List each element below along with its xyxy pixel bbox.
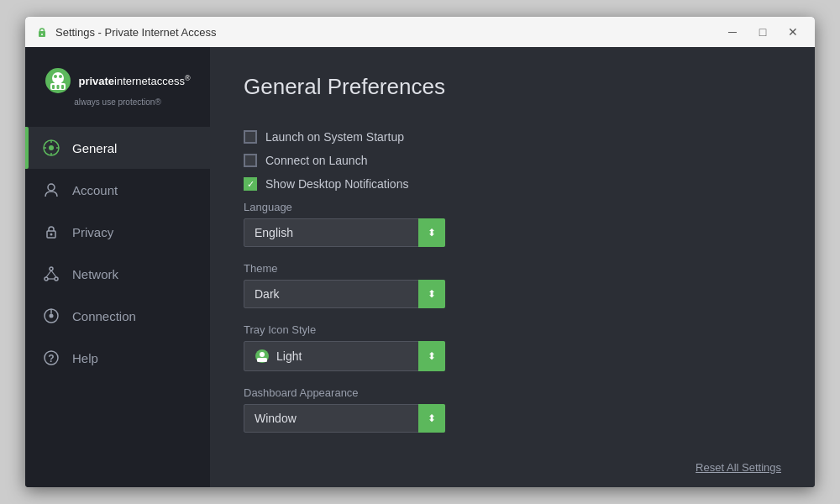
launch-startup-checkbox[interactable] <box>244 130 257 144</box>
maximize-button[interactable]: □ <box>751 23 774 41</box>
svg-point-19 <box>50 234 53 236</box>
sidebar-item-connection[interactable]: Connection <box>25 295 210 337</box>
svg-point-6 <box>59 75 62 78</box>
sidebar-item-privacy[interactable]: Privacy <box>25 211 210 253</box>
sidebar-item-account-label: Account <box>72 183 118 197</box>
svg-point-5 <box>54 75 57 78</box>
svg-point-21 <box>45 277 48 281</box>
pia-logo-icon <box>45 67 71 94</box>
theme-select-wrapper: Dark Light ⬍ <box>244 280 445 308</box>
svg-line-24 <box>51 270 56 277</box>
dashboard-label: Dashboard Appearance <box>244 386 781 399</box>
sidebar: privateinternetaccess® always use protec… <box>25 47 210 487</box>
svg-rect-1 <box>40 29 45 33</box>
app-icon <box>35 25 49 39</box>
tray-icon-preview <box>255 349 270 364</box>
dashboard-select[interactable]: Window Floating <box>244 404 445 433</box>
logo-brand-bold: private <box>78 75 114 87</box>
main-content: General Preferences Launch on System Sta… <box>210 47 815 487</box>
logo-subtitle: always use protection® <box>74 97 161 107</box>
svg-point-17 <box>48 184 55 191</box>
reset-row: Reset All Settings <box>244 448 781 474</box>
reset-all-settings-button[interactable]: Reset All Settings <box>696 461 781 474</box>
help-icon: ? <box>42 349 60 367</box>
setting-connect-launch: Connect on Launch <box>244 154 781 167</box>
svg-text:?: ? <box>48 353 54 365</box>
svg-point-12 <box>49 145 54 150</box>
privacy-icon <box>42 223 60 241</box>
language-field-group: Language English Spanish French German ⬍ <box>244 201 781 247</box>
app-window: Settings - Private Internet Access ─ □ ✕ <box>25 17 815 487</box>
sidebar-item-help-label: Help <box>72 351 98 365</box>
sidebar-item-general-label: General <box>72 141 117 155</box>
tray-icon-select-wrapper: Light ⬍ <box>244 341 445 371</box>
tray-icon-value: Light <box>276 349 302 363</box>
sidebar-item-general[interactable]: General <box>25 127 210 169</box>
svg-rect-33 <box>257 358 267 362</box>
sidebar-nav: General Account <box>25 123 210 379</box>
show-notifications-label: Show Desktop Notifications <box>265 177 408 191</box>
theme-field-group: Theme Dark Light ⬍ <box>244 262 781 308</box>
page-title: General Preferences <box>244 74 781 100</box>
svg-point-4 <box>52 72 64 84</box>
close-button[interactable]: ✕ <box>781 23 805 41</box>
account-icon <box>42 181 60 199</box>
show-notifications-checkbox[interactable] <box>244 177 257 191</box>
window-title: Settings - Private Internet Access <box>55 26 714 39</box>
sidebar-item-connection-label: Connection <box>72 309 136 323</box>
sidebar-item-privacy-label: Privacy <box>72 225 113 239</box>
launch-startup-label: Launch on System Startup <box>265 130 404 144</box>
svg-rect-9 <box>57 85 60 89</box>
theme-label: Theme <box>244 262 781 275</box>
svg-point-27 <box>50 314 54 318</box>
svg-rect-8 <box>52 85 55 89</box>
language-select-wrapper: English Spanish French German ⬍ <box>244 218 445 247</box>
tray-icon-field-group: Tray Icon Style Light ⬍ <box>244 323 781 371</box>
svg-point-20 <box>50 267 53 270</box>
general-icon <box>42 139 60 157</box>
language-select[interactable]: English Spanish French German <box>244 218 445 247</box>
title-bar: Settings - Private Internet Access ─ □ ✕ <box>25 17 815 47</box>
tray-icon-display[interactable]: Light <box>244 341 445 371</box>
svg-point-2 <box>41 34 43 35</box>
tray-icon-label: Tray Icon Style <box>244 323 781 336</box>
sidebar-item-help[interactable]: ? Help <box>25 337 210 379</box>
network-icon <box>42 265 60 283</box>
logo-brand-normal: internetaccess <box>114 75 185 87</box>
svg-rect-10 <box>61 85 64 89</box>
window-controls: ─ □ ✕ <box>721 23 805 41</box>
dashboard-field-group: Dashboard Appearance Window Floating ⬍ <box>244 386 781 433</box>
connection-icon <box>42 307 60 325</box>
connect-launch-checkbox[interactable] <box>244 154 257 167</box>
logo-text: privateinternetaccess® <box>78 74 190 88</box>
sidebar-item-account[interactable]: Account <box>25 169 210 211</box>
logo-reg: ® <box>185 74 191 82</box>
setting-show-notifications: Show Desktop Notifications <box>244 177 781 191</box>
sidebar-logo: privateinternetaccess® always use protec… <box>25 47 210 123</box>
sidebar-item-network-label: Network <box>72 267 118 281</box>
language-label: Language <box>244 201 781 213</box>
theme-select[interactable]: Dark Light <box>244 280 445 308</box>
setting-launch-startup: Launch on System Startup <box>244 130 781 144</box>
connect-launch-label: Connect on Launch <box>265 154 367 167</box>
sidebar-item-network[interactable]: Network <box>25 253 210 295</box>
svg-line-23 <box>46 270 51 277</box>
svg-point-22 <box>55 277 58 281</box>
minimize-button[interactable]: ─ <box>721 23 744 41</box>
svg-point-32 <box>260 352 265 357</box>
dashboard-select-wrapper: Window Floating ⬍ <box>244 404 445 433</box>
app-body: privateinternetaccess® always use protec… <box>25 47 815 487</box>
